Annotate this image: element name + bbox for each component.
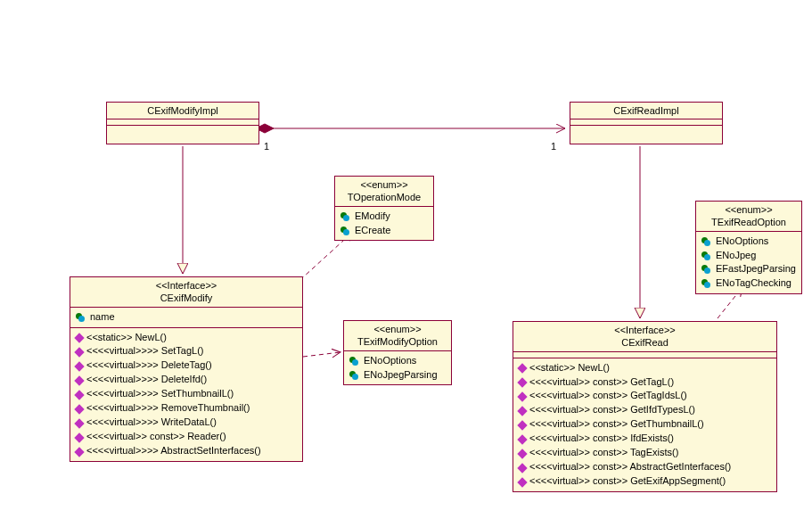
enum-literal-icon bbox=[340, 226, 351, 235]
class-cexifreadimpl: CExifReadImpl bbox=[570, 102, 723, 144]
operation-icon bbox=[74, 375, 84, 385]
interface-cexifmodify: <<Interface>> CExifModify name <<static>… bbox=[70, 276, 303, 462]
enum-literal: EFastJpegParsing bbox=[701, 262, 796, 276]
operation: <<<<virtual>>>> SetTagL() bbox=[76, 344, 297, 358]
enum-literal: EModify bbox=[340, 210, 428, 224]
operation-icon bbox=[74, 361, 84, 371]
stereotype: <<enum>> bbox=[703, 203, 794, 216]
svg-line-4 bbox=[303, 352, 340, 357]
enum-texifreadoption: <<enum>> TExifReadOption ENoOptions ENoJ… bbox=[695, 201, 802, 294]
enum-literal: ECreate bbox=[340, 224, 428, 238]
operation-icon bbox=[517, 377, 527, 387]
enum-literal: ENoOptions bbox=[349, 354, 446, 368]
operation: <<static>> NewL() bbox=[519, 361, 771, 375]
operation: <<<<virtual>> const>> Reader() bbox=[76, 430, 297, 444]
operation-icon bbox=[517, 420, 527, 430]
operation: <<<<virtual>>>> DeleteIfd() bbox=[76, 373, 297, 387]
enum-title: TExifReadOption bbox=[703, 216, 794, 228]
operation-icon bbox=[74, 432, 84, 442]
class-title: CExifReadImpl bbox=[578, 104, 715, 117]
class-title: CExifModify bbox=[78, 292, 295, 304]
operation: <<<<virtual>> const>> GetTagL() bbox=[519, 375, 771, 390]
operation-icon bbox=[517, 477, 527, 487]
operation: <<<<virtual>>>> RemoveThumbnail() bbox=[76, 401, 297, 416]
operation: <<<<virtual>>>> AbstractSetInterfaces() bbox=[76, 444, 297, 458]
stereotype: <<enum>> bbox=[351, 323, 444, 335]
multiplicity-left: 1 bbox=[264, 141, 269, 152]
operation: <<static>> NewL() bbox=[76, 331, 297, 345]
operation: <<<<virtual>>>> DeleteTag() bbox=[76, 358, 297, 373]
enum-literal-icon bbox=[701, 237, 712, 246]
operation-icon bbox=[517, 463, 527, 473]
enum-texifmodifyoption: <<enum>> TExifModifyOption ENoOptions EN… bbox=[343, 320, 452, 385]
class-cexifmodifyimpl: CExifModifyImpl bbox=[106, 102, 259, 144]
operation-icon bbox=[74, 333, 84, 342]
attribute: name bbox=[76, 310, 297, 325]
enum-literal-icon bbox=[340, 212, 351, 221]
operation: <<<<virtual>> const>> AbstractGetInterfa… bbox=[519, 460, 771, 474]
operation: <<<<virtual>> const>> IfdExists() bbox=[519, 432, 771, 446]
stereotype: <<Interface>> bbox=[521, 324, 769, 336]
enum-literal-icon bbox=[349, 371, 360, 380]
multiplicity-right: 1 bbox=[551, 141, 556, 152]
enum-title: TExifModifyOption bbox=[351, 335, 444, 348]
interface-cexifread: <<Interface>> CExifRead <<static>> NewL(… bbox=[513, 321, 777, 492]
operation-icon bbox=[517, 434, 527, 444]
enum-literal: ENoJpeg bbox=[701, 249, 796, 263]
enum-literal-icon bbox=[701, 265, 712, 274]
stereotype: <<Interface>> bbox=[78, 279, 295, 292]
operation: <<<<virtual>> const>> TagExists() bbox=[519, 446, 771, 460]
operation: <<<<virtual>> const>> GetTagIdsL() bbox=[519, 389, 771, 403]
operation-icon bbox=[517, 449, 527, 458]
operation-icon bbox=[517, 391, 527, 401]
operation-icon bbox=[74, 418, 84, 428]
enum-literal-icon bbox=[701, 251, 712, 260]
operation-icon bbox=[74, 447, 84, 457]
operation-icon bbox=[517, 406, 527, 416]
class-title: CExifRead bbox=[521, 336, 769, 349]
operation-icon bbox=[74, 404, 84, 414]
operation-icon bbox=[74, 347, 84, 357]
class-title: CExifModifyImpl bbox=[114, 104, 251, 117]
operation-icon bbox=[74, 390, 84, 399]
operation: <<<<virtual>> const>> GetThumbnailL() bbox=[519, 417, 771, 432]
stereotype: <<enum>> bbox=[342, 178, 426, 191]
attribute-icon bbox=[76, 313, 86, 322]
enum-toperationmode: <<enum>> TOperationMode EModify ECreate bbox=[334, 176, 434, 241]
enum-literal-icon bbox=[349, 357, 360, 366]
operation: <<<<virtual>> const>> GetIfdTypesL() bbox=[519, 403, 771, 417]
enum-title: TOperationMode bbox=[342, 191, 426, 203]
enum-literal-icon bbox=[701, 279, 712, 288]
operation-icon bbox=[517, 363, 527, 373]
operation: <<<<virtual>>>> WriteDataL() bbox=[76, 416, 297, 430]
operation: <<<<virtual>> const>> GetExifAppSegment(… bbox=[519, 474, 771, 489]
operation: <<<<virtual>>>> SetThumbnailL() bbox=[76, 387, 297, 401]
enum-literal: ENoJpegParsing bbox=[349, 368, 446, 383]
enum-literal: ENoTagChecking bbox=[701, 276, 796, 291]
enum-literal: ENoOptions bbox=[701, 235, 796, 249]
